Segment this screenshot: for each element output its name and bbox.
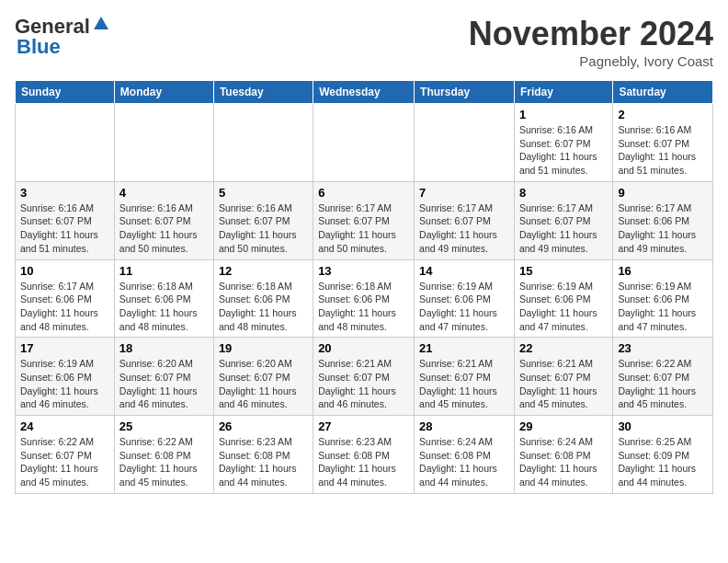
calendar-day-cell: 28Sunrise: 6:24 AMSunset: 6:08 PMDayligh… — [415, 416, 515, 494]
calendar-table: SundayMondayTuesdayWednesdayThursdayFrid… — [15, 80, 713, 494]
day-number: 15 — [519, 264, 608, 278]
logo-triangle-icon — [92, 15, 110, 33]
day-number: 17 — [20, 341, 109, 355]
calendar-day-cell: 4Sunrise: 6:16 AMSunset: 6:07 PMDaylight… — [114, 181, 213, 259]
day-number: 25 — [119, 419, 209, 433]
calendar-day-cell: 15Sunrise: 6:19 AMSunset: 6:06 PMDayligh… — [514, 259, 612, 338]
day-info: Sunrise: 6:19 AMSunset: 6:06 PMDaylight:… — [519, 280, 608, 334]
calendar-day-cell: 14Sunrise: 6:19 AMSunset: 6:06 PMDayligh… — [415, 259, 515, 338]
day-info: Sunrise: 6:16 AMSunset: 6:07 PMDaylight:… — [219, 201, 308, 256]
day-info: Sunrise: 6:18 AMSunset: 6:06 PMDaylight:… — [219, 280, 308, 334]
day-info: Sunrise: 6:20 AMSunset: 6:07 PMDaylight:… — [219, 357, 308, 411]
day-number: 6 — [318, 186, 409, 200]
calendar-day-cell: 20Sunrise: 6:21 AMSunset: 6:07 PMDayligh… — [313, 338, 415, 416]
calendar-week-row: 17Sunrise: 6:19 AMSunset: 6:06 PMDayligh… — [16, 338, 713, 416]
day-number: 21 — [419, 341, 509, 355]
day-number: 14 — [419, 264, 509, 278]
day-number: 11 — [119, 264, 209, 278]
day-info: Sunrise: 6:19 AMSunset: 6:06 PMDaylight:… — [419, 280, 509, 334]
day-number: 20 — [318, 341, 409, 355]
calendar-header-cell: Monday — [114, 81, 213, 104]
calendar-header: SundayMondayTuesdayWednesdayThursdayFrid… — [16, 81, 713, 104]
logo-blue-text: Blue — [17, 35, 61, 59]
day-number: 26 — [219, 419, 308, 433]
day-info: Sunrise: 6:20 AMSunset: 6:07 PMDaylight:… — [119, 357, 209, 411]
day-info: Sunrise: 6:21 AMSunset: 6:07 PMDaylight:… — [419, 357, 509, 411]
calendar-day-cell: 13Sunrise: 6:18 AMSunset: 6:06 PMDayligh… — [313, 259, 415, 338]
calendar-day-cell: 11Sunrise: 6:18 AMSunset: 6:06 PMDayligh… — [114, 259, 213, 338]
calendar-day-cell — [313, 104, 415, 182]
calendar-day-cell: 9Sunrise: 6:17 AMSunset: 6:06 PMDaylight… — [613, 181, 713, 259]
day-info: Sunrise: 6:16 AMSunset: 6:07 PMDaylight:… — [119, 201, 209, 256]
day-number: 18 — [119, 341, 209, 355]
calendar-day-cell: 1Sunrise: 6:16 AMSunset: 6:07 PMDaylight… — [514, 104, 612, 182]
day-number: 3 — [20, 186, 109, 200]
calendar-day-cell: 26Sunrise: 6:23 AMSunset: 6:08 PMDayligh… — [213, 416, 313, 494]
location-text: Pagnebly, Ivory Coast — [469, 53, 713, 69]
calendar-header-cell: Saturday — [613, 81, 713, 104]
calendar-day-cell: 27Sunrise: 6:23 AMSunset: 6:08 PMDayligh… — [313, 416, 415, 494]
day-number: 27 — [318, 419, 409, 433]
calendar-day-cell: 8Sunrise: 6:17 AMSunset: 6:07 PMDaylight… — [514, 181, 612, 259]
day-info: Sunrise: 6:23 AMSunset: 6:08 PMDaylight:… — [219, 435, 308, 489]
calendar-header-cell: Thursday — [415, 81, 515, 104]
calendar-header-cell: Wednesday — [313, 81, 415, 104]
day-number: 19 — [219, 341, 308, 355]
day-info: Sunrise: 6:19 AMSunset: 6:06 PMDaylight:… — [618, 280, 708, 334]
calendar-day-cell: 21Sunrise: 6:21 AMSunset: 6:07 PMDayligh… — [415, 338, 515, 416]
day-info: Sunrise: 6:23 AMSunset: 6:08 PMDaylight:… — [318, 435, 409, 489]
calendar-body: 1Sunrise: 6:16 AMSunset: 6:07 PMDaylight… — [16, 104, 713, 494]
calendar-day-cell: 7Sunrise: 6:17 AMSunset: 6:07 PMDaylight… — [415, 181, 515, 259]
calendar-header-cell: Tuesday — [213, 81, 313, 104]
day-number: 30 — [618, 419, 708, 433]
day-info: Sunrise: 6:22 AMSunset: 6:07 PMDaylight:… — [618, 357, 708, 411]
calendar-day-cell: 19Sunrise: 6:20 AMSunset: 6:07 PMDayligh… — [213, 338, 313, 416]
day-info: Sunrise: 6:16 AMSunset: 6:07 PMDaylight:… — [20, 201, 109, 256]
calendar-day-cell — [16, 104, 115, 182]
calendar-day-cell: 30Sunrise: 6:25 AMSunset: 6:09 PMDayligh… — [613, 416, 713, 494]
calendar-day-cell — [415, 104, 515, 182]
day-number: 12 — [219, 264, 308, 278]
day-number: 22 — [519, 341, 608, 355]
day-number: 23 — [618, 341, 708, 355]
day-info: Sunrise: 6:16 AMSunset: 6:07 PMDaylight:… — [618, 123, 708, 178]
day-number: 16 — [618, 264, 708, 278]
day-number: 9 — [618, 186, 708, 200]
calendar-day-cell: 16Sunrise: 6:19 AMSunset: 6:06 PMDayligh… — [613, 259, 713, 338]
day-number: 2 — [618, 108, 708, 121]
day-number: 29 — [519, 419, 608, 433]
day-info: Sunrise: 6:24 AMSunset: 6:08 PMDaylight:… — [419, 435, 509, 489]
day-info: Sunrise: 6:25 AMSunset: 6:09 PMDaylight:… — [618, 435, 708, 489]
day-info: Sunrise: 6:18 AMSunset: 6:06 PMDaylight:… — [318, 280, 409, 334]
logo: General Blue — [15, 15, 110, 59]
day-info: Sunrise: 6:22 AMSunset: 6:07 PMDaylight:… — [20, 435, 109, 489]
day-info: Sunrise: 6:17 AMSunset: 6:06 PMDaylight:… — [618, 201, 708, 256]
calendar-day-cell: 23Sunrise: 6:22 AMSunset: 6:07 PMDayligh… — [613, 338, 713, 416]
page-header: General Blue November 2024 Pagnebly, Ivo… — [15, 15, 713, 69]
calendar-day-cell: 18Sunrise: 6:20 AMSunset: 6:07 PMDayligh… — [114, 338, 213, 416]
day-number: 5 — [219, 186, 308, 200]
month-title: November 2024 — [469, 15, 713, 53]
calendar-week-row: 24Sunrise: 6:22 AMSunset: 6:07 PMDayligh… — [16, 416, 713, 494]
day-number: 8 — [519, 186, 608, 200]
day-number: 10 — [20, 264, 109, 278]
day-info: Sunrise: 6:24 AMSunset: 6:08 PMDaylight:… — [519, 435, 608, 489]
calendar-day-cell: 3Sunrise: 6:16 AMSunset: 6:07 PMDaylight… — [16, 181, 115, 259]
day-number: 24 — [20, 419, 109, 433]
calendar-day-cell: 22Sunrise: 6:21 AMSunset: 6:07 PMDayligh… — [514, 338, 612, 416]
calendar-day-cell: 17Sunrise: 6:19 AMSunset: 6:06 PMDayligh… — [16, 338, 115, 416]
day-info: Sunrise: 6:17 AMSunset: 6:06 PMDaylight:… — [20, 280, 109, 334]
title-block: November 2024 Pagnebly, Ivory Coast — [469, 15, 713, 69]
calendar-day-cell: 25Sunrise: 6:22 AMSunset: 6:08 PMDayligh… — [114, 416, 213, 494]
day-info: Sunrise: 6:21 AMSunset: 6:07 PMDaylight:… — [318, 357, 409, 411]
svg-marker-0 — [94, 17, 108, 29]
calendar-header-cell: Sunday — [16, 81, 115, 104]
calendar-week-row: 10Sunrise: 6:17 AMSunset: 6:06 PMDayligh… — [16, 259, 713, 338]
calendar-day-cell — [114, 104, 213, 182]
day-info: Sunrise: 6:17 AMSunset: 6:07 PMDaylight:… — [419, 201, 509, 256]
calendar-day-cell: 2Sunrise: 6:16 AMSunset: 6:07 PMDaylight… — [613, 104, 713, 182]
calendar-day-cell: 10Sunrise: 6:17 AMSunset: 6:06 PMDayligh… — [16, 259, 115, 338]
calendar-day-cell: 29Sunrise: 6:24 AMSunset: 6:08 PMDayligh… — [514, 416, 612, 494]
day-number: 13 — [318, 264, 409, 278]
day-info: Sunrise: 6:17 AMSunset: 6:07 PMDaylight:… — [519, 201, 608, 256]
